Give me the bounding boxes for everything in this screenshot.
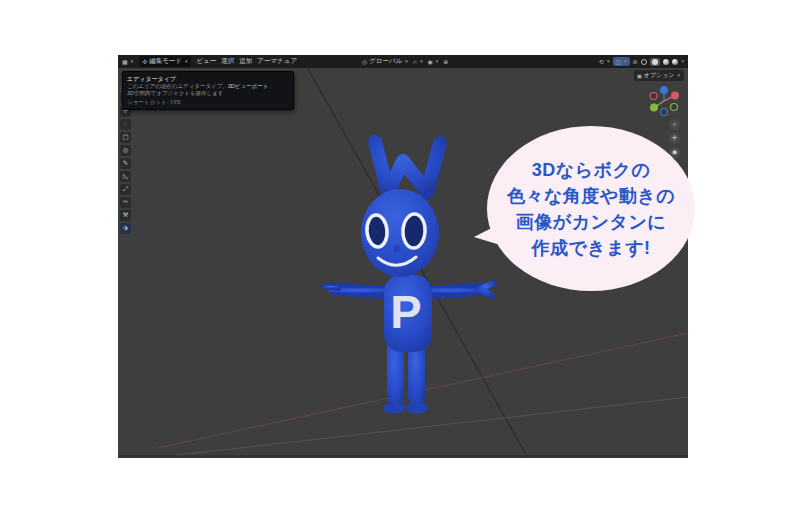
mode-label: 編集モード [149, 57, 182, 66]
shear-tool-icon: ⚒ [123, 212, 129, 219]
gizmo-z-neg-ball [661, 109, 668, 116]
orientation-label: グローバル [369, 57, 402, 66]
shading-solid-icon [652, 59, 658, 65]
bubble-text-line: 色々な角度や動きの [507, 183, 675, 209]
editor-type-dropdown[interactable]: ▦▼ [122, 58, 134, 65]
chevron-down-icon: ▼ [681, 59, 685, 64]
chevron-down-icon: ▼ [677, 73, 681, 78]
menu-add[interactable]: 追加 [239, 57, 252, 66]
chevron-down-icon: ▼ [623, 59, 627, 64]
chevron-down-icon: ▼ [435, 59, 439, 64]
gizmo-x-ball [671, 92, 679, 100]
annotate-tool-icon: ✎ [123, 160, 128, 167]
select-circle-icon: ◌ [124, 121, 128, 128]
right-arm [426, 289, 483, 293]
proportional-icon: ◉ [428, 58, 433, 65]
tooltip-description-2: 3D空間内でオブジェクトを操作します [127, 90, 289, 97]
shading-material-button[interactable] [663, 59, 669, 65]
gizmo-z-ball [660, 86, 668, 94]
bubble-text-line: 3Dならボクの [532, 157, 651, 183]
roll-tool-button[interactable]: ✑ [120, 197, 131, 208]
overlays-toggle[interactable]: ◫▼ [613, 57, 629, 66]
orientation-dropdown[interactable]: ◎ グローバル ▼ [362, 57, 409, 66]
right-foot [406, 403, 428, 414]
transform-tool-icon: ⤢ [123, 186, 128, 193]
chevron-down-icon: ▼ [606, 59, 610, 64]
options-label: オプション [644, 71, 675, 80]
mode-dropdown[interactable]: ✣ 編集モード ▼ [139, 56, 191, 67]
gizmo-toggle[interactable]: ⟲▼ [599, 58, 611, 65]
tooltip-description: このエリアの現在のエディタータイプ。3Dビューポート [127, 83, 289, 90]
proportional-toggle[interactable]: ⊕ [443, 58, 448, 65]
select-circle-tool-button[interactable]: ◌ [120, 119, 131, 130]
cursor-tool-button[interactable]: ▢ [120, 132, 131, 143]
mascot-character[interactable]: P [320, 125, 520, 425]
measure-tool-icon: ◺ [123, 173, 128, 180]
transform-tool-button[interactable]: ⤢ [120, 184, 131, 195]
left-arm [335, 289, 390, 293]
viewport-toolbar: ◳ ✛ ◌ ▢ ◎ ✎ ◺ ⤢ ✑ ⚒ ⬗ [120, 93, 131, 234]
navigation-gizmo[interactable] [646, 83, 682, 119]
magnet-icon: ∩ [413, 59, 417, 65]
bubble-text-line: 画像がカンタンに [516, 209, 667, 235]
left-hand [325, 286, 338, 288]
gizmo-x-neg-ball [650, 93, 657, 100]
extrude-tool-button[interactable]: ⬗ [120, 223, 131, 234]
shading-solid-button[interactable] [650, 58, 660, 66]
tooltip: エディタータイプ このエリアの現在のエディタータイプ。3Dビューポート 3D空間… [122, 71, 294, 110]
gizmo-toggle-icon: ⟲ [599, 58, 604, 65]
page-background: ▦▼ ✣ 編集モード ▼ ビュー 選択 追加 アーマチュア ◎ グローバル ▼ [0, 0, 800, 512]
gizmo-y-neg-ball [671, 104, 678, 111]
roll-tool-icon: ✑ [123, 199, 128, 206]
editor-type-icon: ▦ [122, 58, 128, 65]
camera-icon: ◉ [672, 149, 678, 156]
hand-icon: ✛ [672, 135, 677, 142]
chevron-down-icon: ▼ [184, 59, 188, 64]
extrude-tool-icon: ⬗ [123, 225, 128, 232]
cursor-tool-icon: ▢ [122, 134, 128, 141]
overlays-toggle-icon: ◫ [615, 58, 621, 65]
armature-icon: ✣ [142, 58, 147, 65]
chevron-down-icon: ▼ [404, 59, 408, 64]
magnifier-icon: ⌕ [673, 121, 677, 128]
w-crest [375, 142, 440, 192]
chevron-down-icon: ▼ [130, 59, 134, 64]
xray-toggle[interactable]: ⊘ [633, 58, 638, 65]
shading-material-icon [663, 59, 669, 65]
speech-bubble: 3Dならボクの 色々な角度や動きの 画像がカンタンに 作成できます! [487, 126, 695, 291]
bubble-text-line: 作成できます! [531, 235, 650, 261]
menu-armature[interactable]: アーマチュア [257, 57, 297, 66]
pan-view-button[interactable]: ✛ [669, 133, 680, 144]
tooltip-value: 3Dビューポート [228, 83, 269, 89]
view-nav-buttons: ⌕ ✛ ◉ [669, 119, 680, 158]
shading-rendered-button[interactable] [672, 59, 678, 65]
left-foot [383, 403, 405, 414]
menu-select[interactable]: 選択 [221, 57, 234, 66]
options-icon: ▣ [637, 73, 642, 79]
right-eye [402, 213, 426, 248]
chest-letter: P [390, 285, 421, 338]
orientation-icon: ◎ [362, 58, 367, 65]
shading-wireframe-button[interactable] [641, 59, 647, 65]
shading-rendered-icon [672, 59, 678, 65]
options-dropdown[interactable]: ▣ オプション ▼ [634, 70, 684, 81]
shading-dropdown[interactable]: ▼ [681, 59, 685, 64]
move-tool-button[interactable]: ◎ [120, 145, 131, 156]
gizmo-y-ball [650, 104, 658, 112]
left-eye [366, 214, 389, 248]
measure-tool-button[interactable]: ◺ [120, 171, 131, 182]
tooltip-shortcut: ショートカット: ⇧F5 [127, 99, 289, 106]
viewport-header: ▦▼ ✣ 編集モード ▼ ビュー 選択 追加 アーマチュア ◎ グローバル ▼ [118, 55, 688, 68]
shear-tool-button[interactable]: ⚒ [120, 210, 131, 221]
annotate-tool-button[interactable]: ✎ [120, 158, 131, 169]
zoom-view-button[interactable]: ⌕ [669, 119, 680, 130]
plus-circle-icon: ⊕ [443, 58, 448, 65]
menu-view[interactable]: ビュー [196, 57, 216, 66]
chevron-down-icon: ▼ [419, 59, 423, 64]
tooltip-desc-text: このエリアの現在のエディタータイプ。 [127, 83, 228, 89]
tooltip-title: エディタータイプ [127, 75, 289, 83]
shading-wireframe-icon [641, 59, 647, 65]
proportional-dropdown[interactable]: ◉▼ [428, 58, 440, 65]
move-tool-icon: ◎ [123, 147, 129, 154]
snap-dropdown[interactable]: ∩▼ [413, 59, 424, 65]
